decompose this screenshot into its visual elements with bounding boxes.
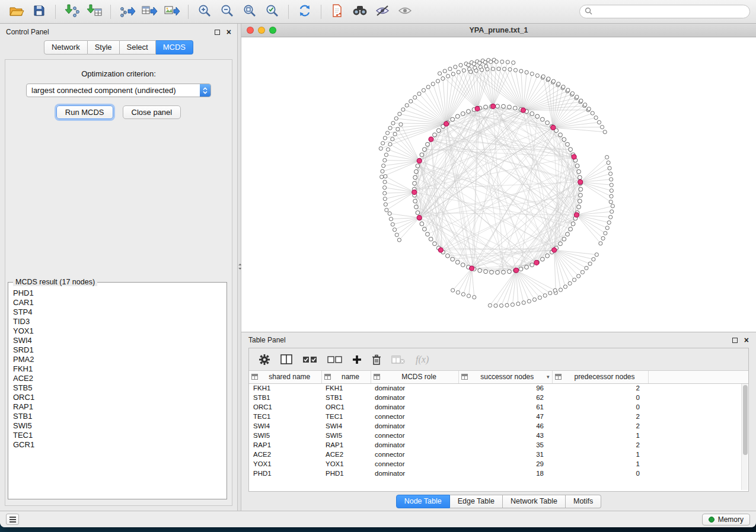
table-cell[interactable]: 2: [552, 412, 648, 421]
network-node[interactable]: [546, 254, 550, 258]
network-node[interactable]: [436, 79, 439, 83]
table-cell[interactable]: ORC1: [249, 402, 321, 412]
table-cell[interactable]: TEC1: [249, 412, 321, 421]
network-node[interactable]: [467, 63, 470, 67]
network-node[interactable]: [393, 228, 396, 232]
network-canvas[interactable]: [241, 37, 756, 332]
network-node[interactable]: [426, 142, 430, 146]
network-node[interactable]: [431, 82, 435, 86]
network-node[interactable]: [401, 108, 405, 111]
network-node[interactable]: [566, 88, 570, 92]
network-node[interactable]: [608, 172, 612, 175]
network-node[interactable]: [547, 77, 550, 81]
run-mcds-button[interactable]: Run MCDS: [56, 105, 113, 119]
network-node[interactable]: [594, 116, 598, 120]
network-node[interactable]: [610, 194, 613, 198]
network-node[interactable]: [559, 242, 563, 246]
network-node[interactable]: [540, 117, 544, 121]
network-node[interactable]: [559, 288, 562, 291]
network-node[interactable]: [467, 294, 470, 297]
table-cell[interactable]: 2: [552, 440, 648, 450]
network-node[interactable]: [393, 132, 397, 136]
import-table-button[interactable]: [84, 3, 105, 21]
table-cell[interactable]: 47: [458, 412, 552, 421]
network-node[interactable]: [454, 65, 457, 69]
network-node[interactable]: [577, 274, 580, 278]
table-cell[interactable]: 31: [458, 450, 552, 459]
network-node[interactable]: [575, 95, 579, 99]
export-network-button[interactable]: [116, 3, 138, 21]
table-cell[interactable]: ORC1: [321, 402, 371, 412]
network-node[interactable]: [413, 95, 417, 99]
mcds-result-item[interactable]: RAP1: [13, 402, 222, 412]
network-node[interactable]: [577, 205, 581, 209]
network-node[interactable]: [530, 112, 534, 116]
network-node[interactable]: [385, 208, 388, 211]
network-node[interactable]: [451, 117, 455, 121]
network-node[interactable]: [436, 129, 441, 133]
network-node[interactable]: [548, 291, 552, 295]
network-node[interactable]: [455, 260, 460, 264]
network-node[interactable]: [508, 270, 512, 274]
network-node[interactable]: [448, 67, 452, 70]
network-node[interactable]: [469, 70, 473, 73]
network-node[interactable]: [494, 304, 497, 307]
mcds-node[interactable]: [551, 125, 556, 130]
table-cell[interactable]: RAP1: [321, 440, 371, 450]
zoom-selected-button[interactable]: [261, 3, 283, 21]
network-node[interactable]: [389, 217, 393, 221]
network-node[interactable]: [566, 232, 570, 236]
mcds-result-item[interactable]: STP4: [13, 307, 222, 317]
network-node[interactable]: [562, 137, 566, 142]
search-network-button[interactable]: [349, 3, 371, 21]
network-node[interactable]: [592, 258, 595, 261]
network-node[interactable]: [546, 121, 550, 125]
table-scrollbar[interactable]: [741, 384, 748, 490]
tab-select[interactable]: Select: [120, 40, 156, 55]
network-node[interactable]: [467, 110, 471, 114]
mcds-node[interactable]: [444, 121, 449, 126]
network-node[interactable]: [609, 215, 613, 219]
network-node[interactable]: [568, 281, 572, 285]
network-node[interactable]: [446, 74, 449, 78]
network-node[interactable]: [532, 298, 536, 302]
mcds-node[interactable]: [574, 213, 579, 217]
mcds-result-item[interactable]: FKH1: [13, 364, 222, 374]
network-graph[interactable]: [241, 37, 756, 332]
network-node[interactable]: [473, 296, 476, 299]
network-node[interactable]: [396, 127, 400, 131]
network-node[interactable]: [516, 302, 520, 306]
table-row[interactable]: TEC1TEC1connector472: [249, 412, 748, 421]
table-cell[interactable]: TEC1: [321, 412, 371, 421]
network-node[interactable]: [563, 285, 567, 289]
network-node[interactable]: [457, 70, 460, 74]
table-cell[interactable]: 2: [552, 421, 648, 431]
network-node[interactable]: [519, 267, 523, 271]
network-node[interactable]: [591, 111, 594, 115]
column-header-successor-nodes[interactable]: successor nodes▾: [458, 371, 552, 383]
network-node[interactable]: [413, 175, 417, 180]
network-node[interactable]: [538, 296, 541, 299]
mcds-node[interactable]: [470, 266, 474, 271]
scrollbar-thumb[interactable]: [743, 385, 748, 455]
network-node[interactable]: [611, 204, 614, 208]
network-node[interactable]: [495, 60, 498, 63]
mcds-result-item[interactable]: ACE2: [13, 374, 222, 383]
network-node[interactable]: [575, 164, 579, 168]
mcds-result-item[interactable]: TEC1: [13, 431, 222, 440]
network-node[interactable]: [508, 105, 512, 109]
network-node[interactable]: [559, 133, 563, 137]
network-node[interactable]: [535, 73, 539, 77]
mcds-result-item[interactable]: GCR1: [13, 440, 222, 450]
network-node[interactable]: [451, 72, 455, 76]
network-node[interactable]: [480, 68, 483, 72]
network-node[interactable]: [422, 148, 426, 152]
table-cell[interactable]: 0: [552, 393, 648, 402]
mcds-node[interactable]: [578, 180, 583, 184]
mcds-result-list[interactable]: PHD1CAR1STP4TID3YOX1SWI4SRD1PMA2FKH1ACE2…: [9, 287, 225, 498]
network-node[interactable]: [491, 67, 495, 70]
search-input[interactable]: [595, 8, 745, 16]
network-node[interactable]: [541, 75, 545, 78]
network-node[interactable]: [595, 253, 598, 257]
network-node[interactable]: [461, 112, 465, 116]
